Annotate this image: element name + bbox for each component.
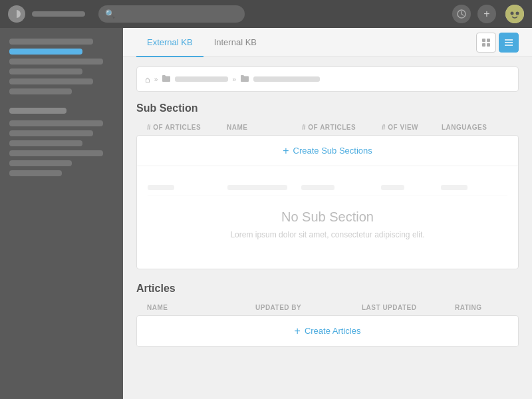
history-button[interactable] [452, 5, 471, 23]
list-view-button[interactable] [499, 33, 519, 53]
sub-sections-card: + Create Sub Sections No Sub Section [136, 135, 519, 269]
user-avatar[interactable] [505, 5, 524, 23]
inner-content: ⌂ » » Sub Section [123, 57, 532, 370]
sub-sections-empty-area: No Sub Section Lorem ipsum dolor sit ame… [137, 166, 518, 269]
create-sub-sections-button[interactable]: + Create Sub Sections [137, 136, 518, 166]
sidebar-item-4[interactable] [9, 78, 93, 84]
svg-point-4 [516, 12, 519, 15]
sidebar-item-1[interactable] [9, 39, 93, 45]
sidebar-item-10[interactable] [9, 160, 72, 166]
skeleton-cell-1 [148, 185, 174, 190]
app-name [32, 11, 85, 17]
skeleton-row [148, 180, 507, 196]
svg-rect-7 [482, 43, 485, 47]
sidebar-item-active[interactable] [9, 49, 82, 55]
breadcrumb: ⌂ » » [136, 66, 519, 92]
tabs-bar: External KB Internal KB [123, 28, 532, 57]
articles-header-updated-by: UPDATED BY [255, 301, 362, 314]
create-sub-sections-label: Create Sub Sections [293, 146, 372, 156]
articles-card: + Create Articles [136, 315, 519, 347]
svg-point-2 [505, 5, 524, 23]
main-layout: External KB Internal KB [0, 28, 532, 399]
sidebar-item-11[interactable] [9, 170, 62, 176]
tabs-left: External KB Internal KB [136, 28, 267, 57]
search-icon: 🔍 [105, 9, 115, 19]
header-name-1: NAME [227, 121, 302, 134]
create-sub-sections-plus-icon: + [283, 145, 289, 157]
header-languages: LANGUAGES [442, 121, 508, 134]
sidebar-item-2[interactable] [9, 59, 103, 65]
sub-sections-title: Sub Section [136, 102, 519, 114]
sidebar-item-5[interactable] [9, 88, 72, 94]
search-bar[interactable]: 🔍 [98, 5, 245, 23]
breadcrumb-text-2 [253, 76, 320, 82]
tabs-right [476, 33, 519, 53]
sidebar-item-8[interactable] [9, 140, 82, 146]
folder-icon-1 [162, 74, 171, 84]
home-icon[interactable]: ⌂ [145, 74, 150, 84]
add-button[interactable]: + [477, 5, 496, 23]
topbar: 🔍 + [0, 0, 532, 28]
content-area: External KB Internal KB [123, 28, 532, 399]
skeleton-cell-5 [441, 185, 467, 190]
sidebar [0, 28, 123, 399]
grid-view-button[interactable] [476, 33, 496, 53]
empty-state-subtitle: Lorem ipsum dolor sit amet, consectetur … [148, 230, 507, 239]
header-num-articles-2: # OF ARTICLES [302, 121, 382, 134]
skeleton-cell-4 [381, 185, 404, 190]
plus-icon: + [483, 9, 489, 19]
articles-header-rating: RATING [455, 301, 508, 314]
svg-rect-5 [482, 39, 485, 42]
articles-header-last-updated: LAST UPDATED [362, 301, 455, 314]
breadcrumb-text-1 [175, 76, 228, 82]
create-articles-label: Create Articles [305, 326, 361, 336]
create-articles-button[interactable]: + Create Articles [137, 316, 518, 346]
sidebar-item-6[interactable] [9, 120, 103, 126]
sidebar-group-header-1 [9, 108, 66, 114]
sub-sections-table-header: # OF ARTICLES NAME # OF ARTICLES # OF VI… [136, 121, 519, 134]
sub-sections-empty-state: No Sub Section Lorem ipsum dolor sit ame… [148, 196, 507, 255]
create-articles-plus-icon: + [295, 325, 301, 337]
skeleton-cell-2 [227, 185, 287, 190]
breadcrumb-chevron-2: » [232, 76, 236, 83]
svg-rect-8 [487, 43, 490, 47]
folder-icon-2 [240, 74, 249, 84]
sidebar-item-7[interactable] [9, 130, 93, 136]
articles-header-name: NAME [147, 301, 255, 314]
svg-rect-6 [487, 39, 490, 42]
header-num-articles-1: # OF ARTICLES [147, 121, 227, 134]
empty-state-title: No Sub Section [148, 209, 507, 225]
tab-internal-kb[interactable]: Internal KB [203, 28, 267, 57]
articles-title: Articles [136, 283, 519, 295]
breadcrumb-chevron-1: » [154, 76, 158, 83]
svg-point-3 [511, 12, 514, 15]
tab-external-kb[interactable]: External KB [136, 28, 203, 57]
sidebar-item-9[interactable] [9, 150, 103, 156]
articles-table-header: NAME UPDATED BY LAST UPDATED RATING [136, 301, 519, 314]
header-num-view: # OF VIEW [382, 121, 442, 134]
sidebar-item-3[interactable] [9, 68, 82, 74]
app-logo [8, 5, 25, 23]
skeleton-cell-3 [301, 185, 334, 190]
